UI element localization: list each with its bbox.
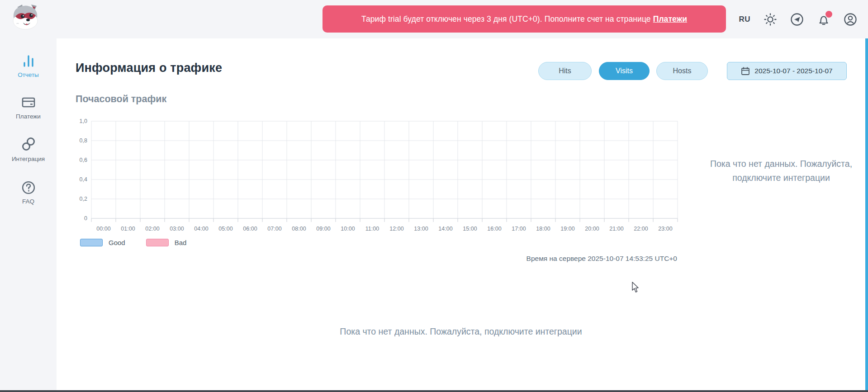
svg-text:21:00: 21:00 [609,226,623,232]
sidebar-item-reports[interactable]: Отчеты [0,53,57,78]
sun-icon [764,13,777,26]
svg-text:0,4: 0,4 [80,176,87,183]
chart-legend: Good Bad [80,239,186,246]
no-data-message-side: Пока что нет данных. Пожалуйста, подключ… [688,157,868,185]
payments-link[interactable]: Платежи [653,14,687,24]
legend-label-good: Good [109,239,125,246]
date-range-value: 2025-10-07 - 2025-10-07 [754,67,832,75]
page-title: Информация о трафике [76,61,222,75]
sidebar-item-label: Отчеты [0,71,57,78]
window-bottom-edge [0,390,868,392]
date-range-picker[interactable]: 2025-10-07 - 2025-10-07 [727,62,847,80]
vertical-scrollbar[interactable] [865,38,868,390]
svg-text:05:00: 05:00 [218,226,232,232]
account-button[interactable] [844,13,857,26]
svg-text:0,6: 0,6 [80,157,87,163]
bar-chart-icon [21,53,36,69]
svg-text:12:00: 12:00 [389,226,403,232]
svg-text:16:00: 16:00 [487,226,501,232]
svg-text:18:00: 18:00 [536,226,550,232]
svg-text:0,2: 0,2 [80,196,87,202]
svg-text:19:00: 19:00 [560,226,574,232]
question-icon [21,180,36,195]
svg-text:02:00: 02:00 [145,226,159,232]
sidebar-item-label: Платежи [0,113,57,120]
no-data-message-bottom: Пока что нет данных. Пожалуйста, подключ… [57,326,865,337]
raccoon-logo[interactable] [11,4,40,32]
svg-text:1,0: 1,0 [80,118,87,124]
notification-badge [825,11,832,18]
server-time: Время на сервере 2025-10-07 14:53:25 UTC… [76,255,677,263]
svg-text:04:00: 04:00 [194,226,208,232]
legend-label-bad: Bad [175,239,187,246]
sidebar-item-faq[interactable]: FAQ [0,180,57,205]
sidebar-item-integration[interactable]: Интеграция [0,136,57,162]
sidebar-item-label: FAQ [0,198,57,205]
legend-swatch-good [80,239,103,246]
svg-text:09:00: 09:00 [316,226,330,232]
svg-text:08:00: 08:00 [292,226,306,232]
svg-text:00:00: 00:00 [96,226,110,232]
language-switch[interactable]: RU [739,15,750,24]
sidebar-item-payments[interactable]: Платежи [0,95,57,120]
raccoon-logo-icon [11,4,40,31]
link-icon [20,136,37,153]
legend-swatch-bad [146,239,169,246]
notifications-button[interactable] [817,13,830,26]
trial-warning-banner: Тариф trial будет отключен через 3 дня (… [323,5,726,33]
svg-text:13:00: 13:00 [414,226,428,232]
main-content: Информация о трафике Hits Visits Hosts 2… [57,38,865,390]
credit-card-icon [21,95,36,110]
chart-grid: 1,00,80,60,40,2000:0001:0002:0003:0004:0… [76,115,691,242]
sidebar [0,38,57,390]
svg-text:0: 0 [84,215,87,222]
svg-text:06:00: 06:00 [243,226,257,232]
telegram-button[interactable] [790,13,804,26]
mouse-cursor [631,282,640,293]
svg-text:17:00: 17:00 [512,226,526,232]
theme-toggle-button[interactable] [764,13,777,26]
svg-text:03:00: 03:00 [170,226,184,232]
section-title: Почасовой трафик [76,94,166,105]
svg-text:07:00: 07:00 [267,226,281,232]
tab-hits[interactable]: Hits [538,62,592,80]
svg-text:23:00: 23:00 [658,226,672,232]
svg-text:22:00: 22:00 [634,226,648,232]
tab-hosts[interactable]: Hosts [656,62,708,80]
svg-text:0,8: 0,8 [80,137,87,144]
telegram-icon [790,13,804,26]
svg-text:10:00: 10:00 [341,226,355,232]
calendar-icon [741,66,750,76]
trial-warning-text: Тариф trial будет отключен через 3 дня (… [361,14,651,24]
svg-text:20:00: 20:00 [585,226,599,232]
svg-text:01:00: 01:00 [121,226,135,232]
tab-visits[interactable]: Visits [599,62,650,80]
user-icon [844,13,857,26]
hourly-traffic-chart: 1,00,80,60,40,2000:0001:0002:0003:0004:0… [76,115,691,242]
sidebar-item-label: Интеграция [0,156,57,162]
svg-text:11:00: 11:00 [365,226,379,232]
svg-text:14:00: 14:00 [438,226,452,232]
svg-text:15:00: 15:00 [463,226,477,232]
